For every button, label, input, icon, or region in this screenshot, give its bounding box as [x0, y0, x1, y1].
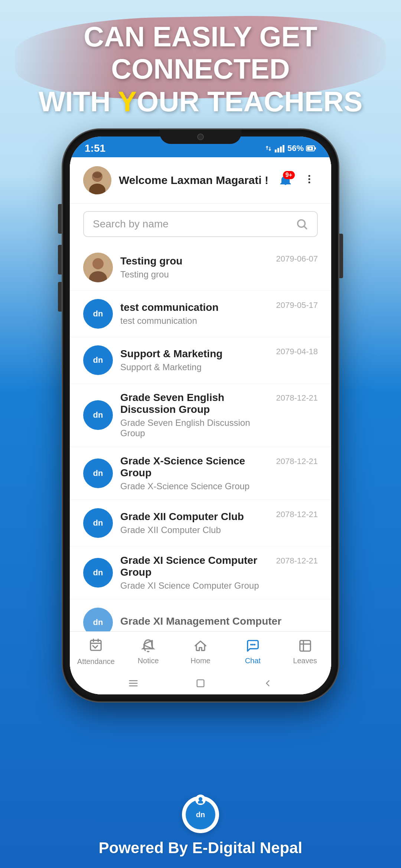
chat-info: Grade X-Science Science Group Grade X-Sc… — [120, 455, 268, 491]
android-home-button[interactable] — [193, 676, 208, 691]
chat-name: Grade Seven English Discussion Group — [120, 392, 268, 415]
notifications-button[interactable]: 9+ — [276, 171, 295, 190]
svg-point-38 — [199, 797, 202, 801]
attendance-icon — [89, 638, 103, 655]
chat-avatar: dn — [83, 400, 113, 430]
nav-label-attendance: Attendance — [77, 657, 115, 666]
search-box[interactable]: Search by name — [83, 211, 318, 237]
svg-point-28 — [250, 644, 252, 645]
chat-info: Grade Seven English Discussion Group Gra… — [120, 392, 268, 438]
nav-item-notice[interactable]: Notice — [122, 632, 175, 672]
user-avatar[interactable] — [83, 166, 111, 194]
status-icons: 56% — [264, 144, 316, 153]
battery-percent: 56% — [287, 144, 304, 153]
chat-avatar: dn — [83, 508, 113, 538]
nav-item-leaves[interactable]: Leaves — [279, 632, 331, 672]
chat-date: 2079-06-07 — [276, 253, 318, 264]
android-nav — [70, 672, 331, 694]
more-options-button[interactable] — [301, 173, 318, 188]
footer-section: dn Powered By E-Digital Nepal — [0, 796, 401, 857]
chat-item[interactable]: dn Grade XI Science Computer Group Grade… — [70, 546, 331, 599]
notification-badge: 9+ — [283, 171, 295, 179]
android-menu-button[interactable] — [126, 676, 141, 691]
svg-point-29 — [252, 644, 254, 645]
chat-item[interactable]: dn Grade XI Management Computer — [70, 599, 331, 631]
svg-rect-2 — [280, 147, 282, 152]
dn-logo: dn — [87, 611, 109, 631]
notice-icon — [141, 639, 155, 654]
app-header: Welcome Laxman Magarati ! 9+ — [70, 157, 331, 204]
chat-item[interactable]: dn Grade XII Computer Club Grade XII Com… — [70, 500, 331, 546]
svg-point-11 — [93, 172, 102, 178]
chat-icon — [246, 639, 260, 654]
nav-item-attendance[interactable]: Attendance — [70, 632, 122, 672]
chat-item[interactable]: dn Grade X-Science Science Group Grade X… — [70, 447, 331, 500]
svg-rect-0 — [275, 149, 277, 152]
chat-info: Grade XI Science Computer Group Grade XI… — [120, 555, 268, 591]
header-actions: 9+ — [276, 171, 318, 190]
chat-date: 2078-12-21 — [276, 392, 318, 403]
svg-point-12 — [309, 175, 310, 177]
hero-section: CAN EASILY GET CONNECTED WITH YOUR TEACH… — [0, 20, 401, 118]
chat-info: Testing grou Testing grou — [120, 255, 268, 280]
chat-item[interactable]: dn Grade Seven English Discussion Group … — [70, 384, 331, 447]
search-container: Search by name — [70, 204, 331, 244]
nav-label-notice: Notice — [138, 657, 159, 665]
dn-logo: dn — [87, 562, 109, 584]
svg-rect-1 — [277, 148, 279, 152]
svg-point-18 — [92, 258, 104, 269]
signal-icon — [275, 144, 285, 152]
bottom-nav: Attendance — [70, 631, 331, 672]
search-icon — [296, 218, 308, 230]
chat-item[interactable]: Testing grou Testing grou 2079-06-07 — [70, 244, 331, 291]
svg-rect-3 — [283, 145, 284, 152]
chat-preview: test communication — [120, 316, 268, 326]
chat-avatar: dn — [83, 608, 113, 631]
chat-name: Support & Marketing — [120, 348, 268, 360]
data-arrows-icon — [264, 144, 273, 152]
chat-date: 2078-12-21 — [276, 555, 318, 566]
chat-preview: Grade X-Science Science Group — [120, 481, 268, 491]
chat-info: test communication test communication — [120, 302, 268, 326]
nav-label-chat: Chat — [245, 657, 261, 665]
chat-name: Grade XI Management Computer — [120, 615, 318, 627]
hero-title: CAN EASILY GET CONNECTED WITH YOUR TEACH… — [22, 20, 379, 118]
chat-name: test communication — [120, 302, 268, 313]
chat-avatar: dn — [83, 345, 113, 375]
phone-mockup: 1:51 56% — [63, 130, 338, 701]
chat-item[interactable]: dn Support & Marketing Support & Marketi… — [70, 337, 331, 384]
chat-name: Grade X-Science Science Group — [120, 455, 268, 479]
nav-item-home[interactable]: Home — [175, 632, 227, 672]
chat-info: Support & Marketing Support & Marketing — [120, 348, 268, 372]
svg-point-30 — [254, 644, 255, 645]
footer-powered-by: Powered By E-Digital Nepal — [99, 839, 302, 857]
chat-preview: Grade XI Science Computer Group — [120, 581, 268, 591]
dn-logo: dn — [87, 462, 109, 484]
chat-preview: Grade XII Computer Club — [120, 525, 268, 535]
search-placeholder: Search by name — [93, 218, 296, 230]
dn-logo: dn — [87, 349, 109, 371]
chat-name: Grade XI Science Computer Group — [120, 555, 268, 578]
front-camera — [197, 134, 204, 140]
chat-name: Grade XII Computer Club — [120, 511, 268, 523]
svg-point-39 — [198, 800, 203, 803]
welcome-text: Welcome Laxman Magarati ! — [119, 174, 269, 187]
android-back-button[interactable] — [260, 676, 275, 691]
nav-item-chat[interactable]: Chat — [226, 632, 279, 672]
svg-point-14 — [309, 181, 310, 183]
chat-info: Grade XI Management Computer — [120, 615, 318, 629]
dn-logo: dn — [87, 512, 109, 534]
dn-logo: dn — [87, 404, 109, 426]
status-time: 1:51 — [85, 142, 105, 154]
chat-preview: Grade Seven English Discussion Group — [120, 418, 268, 438]
chat-item[interactable]: dn test communication test communication… — [70, 291, 331, 337]
more-vertical-icon — [304, 174, 315, 185]
nav-label-home: Home — [190, 657, 210, 665]
chat-avatar: dn — [83, 558, 113, 588]
svg-rect-5 — [315, 147, 316, 149]
footer-logo: dn — [182, 796, 219, 833]
svg-point-13 — [309, 178, 310, 180]
chat-avatar: dn — [83, 458, 113, 488]
hero-highlight: Y — [118, 86, 137, 117]
phone-screen: 1:51 56% — [70, 137, 331, 694]
